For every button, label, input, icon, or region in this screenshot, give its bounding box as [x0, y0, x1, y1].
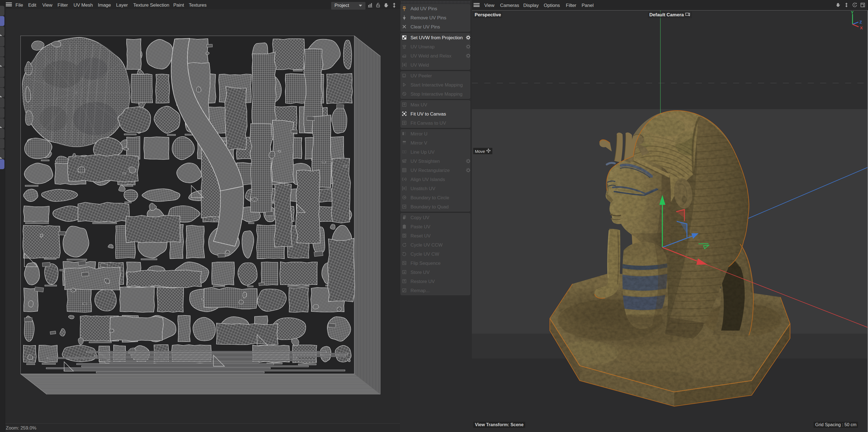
svg-text:Z: Z	[860, 20, 862, 24]
svg-text:Y: Y	[851, 10, 854, 14]
svg-text:X: X	[860, 25, 863, 30]
